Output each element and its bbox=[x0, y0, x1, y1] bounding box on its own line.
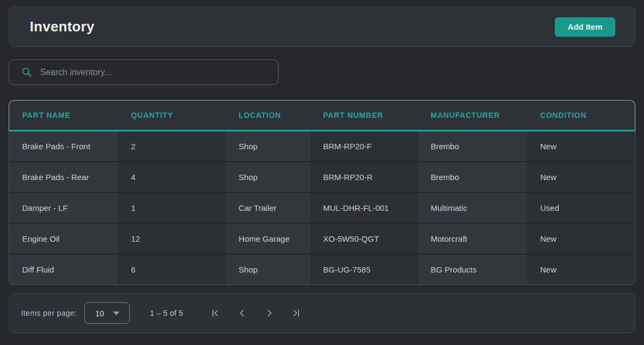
cell-location: Home Garage bbox=[225, 224, 310, 254]
cell-quantity: 1 bbox=[118, 193, 225, 223]
table-row: Damper - LF 1 Car Trailer MUL-DHR-FL-001… bbox=[9, 193, 635, 223]
cell-condition: New bbox=[527, 224, 635, 254]
table-row: Brake Pads - Front 2 Shop BRM-RP20-F Bre… bbox=[9, 131, 635, 161]
first-page-icon[interactable] bbox=[210, 308, 221, 319]
cell-quantity: 2 bbox=[118, 131, 225, 161]
column-header-quantity: QUANTITY bbox=[118, 101, 225, 130]
pagination-bar: Items per page: 10 1 – 5 of 5 bbox=[9, 293, 635, 333]
items-per-page-value: 10 bbox=[95, 309, 104, 318]
cell-location: Shop bbox=[225, 255, 310, 284]
table-row: Engine Oil 12 Home Garage XO-5W50-QGT Mo… bbox=[9, 224, 635, 254]
cell-manufacturer: Multimatic bbox=[418, 193, 527, 223]
cell-location: Car Trailer bbox=[225, 193, 310, 223]
previous-page-icon[interactable] bbox=[237, 308, 248, 319]
cell-part-number: BG-UG-7585 bbox=[310, 255, 418, 284]
table-row: Diff Fluid 6 Shop BG-UG-7585 BG Products… bbox=[9, 255, 635, 284]
column-header-location: LOCATION bbox=[225, 101, 310, 130]
cell-part-name: Brake Pads - Front bbox=[9, 131, 118, 161]
cell-part-number: BRM-RP20-F bbox=[310, 131, 418, 161]
page-range-label: 1 – 5 of 5 bbox=[150, 309, 183, 317]
cell-quantity: 6 bbox=[118, 255, 225, 284]
cell-part-name: Engine Oil bbox=[9, 224, 118, 254]
cell-part-number: XO-5W50-QGT bbox=[310, 224, 418, 254]
table-row: Brake Pads - Rear 4 Shop BRM-RP20-R Brem… bbox=[9, 162, 635, 192]
search-icon bbox=[21, 67, 32, 78]
cell-location: Shop bbox=[225, 131, 310, 161]
dropdown-caret-icon bbox=[113, 311, 119, 315]
cell-condition: New bbox=[527, 131, 635, 161]
cell-part-name: Damper - LF bbox=[9, 193, 118, 223]
table-body: Brake Pads - Front 2 Shop BRM-RP20-F Bre… bbox=[9, 131, 635, 285]
page-title: Inventory bbox=[30, 18, 95, 35]
cell-condition: New bbox=[527, 162, 635, 192]
cell-manufacturer: Brembo bbox=[418, 131, 527, 161]
inventory-table: PART NAME QUANTITY LOCATION PART NUMBER … bbox=[9, 100, 635, 285]
search-input[interactable] bbox=[40, 68, 278, 77]
cell-part-name: Brake Pads - Rear bbox=[9, 162, 118, 192]
cell-part-name: Diff Fluid bbox=[9, 255, 118, 284]
column-header-part-number: PART NUMBER bbox=[310, 101, 418, 130]
header-card: Inventory Add Item bbox=[9, 6, 635, 47]
table-header-row: PART NAME QUANTITY LOCATION PART NUMBER … bbox=[9, 100, 635, 131]
cell-condition: Used bbox=[527, 193, 635, 223]
last-page-icon[interactable] bbox=[291, 308, 302, 319]
pager-controls bbox=[210, 308, 302, 319]
cell-location: Shop bbox=[225, 162, 310, 192]
cell-part-number: MUL-DHR-FL-001 bbox=[310, 193, 418, 223]
cell-part-number: BRM-RP20-R bbox=[310, 162, 418, 192]
next-page-icon[interactable] bbox=[264, 308, 275, 319]
cell-quantity: 4 bbox=[118, 162, 225, 192]
column-header-manufacturer: MANUFACTURER bbox=[418, 101, 527, 130]
search-box bbox=[9, 59, 278, 85]
items-per-page-select[interactable]: 10 bbox=[84, 302, 130, 324]
cell-quantity: 12 bbox=[118, 224, 225, 254]
add-item-button[interactable]: Add Item bbox=[555, 17, 615, 37]
column-header-part-name: PART NAME bbox=[9, 101, 118, 130]
items-per-page-label: Items per page: bbox=[21, 309, 77, 317]
cell-manufacturer: Motorcraft bbox=[418, 224, 527, 254]
column-header-condition: CONDITION bbox=[527, 101, 635, 130]
cell-manufacturer: Brembo bbox=[418, 162, 527, 192]
cell-condition: New bbox=[527, 255, 635, 284]
cell-manufacturer: BG Products bbox=[418, 255, 527, 284]
